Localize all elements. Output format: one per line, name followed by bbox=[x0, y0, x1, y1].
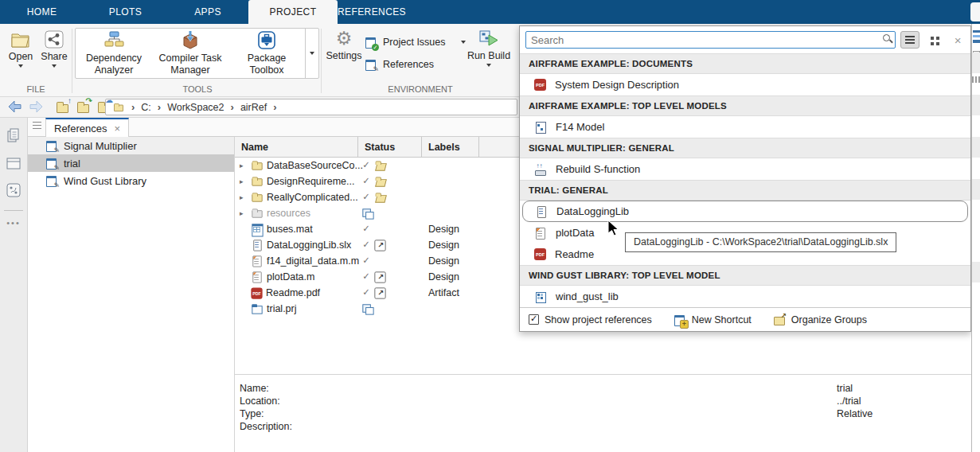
dependency-graph-icon[interactable] bbox=[5, 181, 22, 199]
open-label: Open bbox=[9, 51, 33, 62]
open-dropdown-arrow-icon[interactable] bbox=[18, 64, 23, 68]
back-button[interactable] bbox=[6, 99, 22, 114]
tree-item[interactable]: Signal Multiplier bbox=[28, 137, 234, 154]
tree-item[interactable]: trial bbox=[28, 154, 234, 172]
search-input[interactable] bbox=[525, 31, 896, 49]
organize-groups-button[interactable]: Organize Groups bbox=[773, 314, 867, 326]
tree-item[interactable]: Wind Gust Library bbox=[28, 172, 234, 189]
expand-chevron-icon[interactable] bbox=[240, 209, 248, 217]
show-project-references-label: Show project references bbox=[545, 314, 652, 325]
new-shortcut-button[interactable]: New Shortcut bbox=[674, 314, 752, 326]
forward-button[interactable] bbox=[29, 99, 45, 114]
grid-view-button[interactable] bbox=[924, 31, 943, 49]
ribbon-tab-bar: HOME PLOTS APPS PROJECT REFERENCES bbox=[0, 0, 980, 24]
file-label: Design bbox=[428, 255, 459, 267]
tooltip-text: DataLoggingLib - C:\WorkSpace2\trial\Dat… bbox=[634, 236, 888, 247]
more-panels-icon[interactable]: ••• bbox=[6, 220, 21, 225]
expand-chevron-icon[interactable] bbox=[240, 162, 248, 170]
keyboard-icon bbox=[534, 163, 547, 176]
dependency-analyzer-button[interactable]: DependencyAnalyzer bbox=[76, 29, 152, 78]
details-field-label: Name: bbox=[240, 383, 837, 396]
popup-shortcut-label: plotData bbox=[556, 227, 594, 239]
column-header-status[interactable]: Status bbox=[358, 137, 422, 158]
details-field-label: Location: bbox=[240, 396, 837, 408]
folder-open-icon bbox=[374, 191, 386, 203]
check-icon bbox=[361, 191, 371, 203]
project-issues-dropdown-arrow-icon[interactable] bbox=[461, 41, 466, 44]
breadcrumb-segment[interactable]: WorkSpace2 bbox=[167, 101, 240, 113]
file-name: resources bbox=[267, 208, 310, 219]
mfile-icon bbox=[251, 255, 263, 267]
breadcrumb[interactable]: C:WorkSpace2airRef bbox=[105, 99, 517, 115]
popup-shortcut-item[interactable]: Rebuild S-function bbox=[520, 158, 970, 180]
popup-shortcut-item[interactable]: F14 Model bbox=[520, 116, 970, 138]
references-button[interactable]: References bbox=[365, 58, 434, 71]
organize-groups-icon bbox=[773, 314, 786, 326]
details-field: Location: ../trial bbox=[240, 396, 980, 408]
panel-handle-icon[interactable] bbox=[33, 122, 41, 129]
tab-references[interactable]: References × bbox=[45, 118, 129, 137]
share-dropdown-arrow-icon[interactable] bbox=[52, 64, 57, 68]
popup-footer: Show project references New Shortcut Org… bbox=[520, 307, 970, 331]
expand-chevron-icon[interactable] bbox=[240, 177, 248, 185]
ribbon-tab[interactable]: PROJECT bbox=[248, 0, 338, 24]
tools-gallery-expand-button[interactable] bbox=[305, 29, 318, 78]
project-issues-button[interactable]: Project Issues bbox=[365, 36, 466, 49]
check-icon bbox=[361, 255, 371, 267]
doc-icon bbox=[251, 239, 263, 251]
popup-shortcut-item[interactable]: DataLoggingLib bbox=[522, 201, 968, 222]
prj-icon bbox=[251, 302, 263, 314]
project-box-icon[interactable] bbox=[5, 154, 22, 172]
ribbon-tab-label: APPS bbox=[194, 6, 221, 18]
run-build-button[interactable]: Run Build bbox=[467, 29, 511, 67]
tools-gallery: DependencyAnalyzer Compiler TaskManager … bbox=[75, 28, 319, 79]
settings-button[interactable]: ⚙ Settings bbox=[325, 29, 363, 61]
expand-chevron-icon[interactable] bbox=[240, 193, 248, 201]
file-name: ReallyComplicated... bbox=[267, 192, 358, 203]
refboard-icon bbox=[45, 139, 58, 152]
run-build-dropdown-arrow-icon[interactable] bbox=[486, 64, 491, 67]
details-field-value: trial bbox=[837, 383, 853, 396]
ribbon-tab[interactable]: HOME bbox=[0, 0, 84, 24]
new-shortcut-icon bbox=[674, 314, 686, 326]
show-project-references-checkbox[interactable] bbox=[529, 314, 539, 325]
grid-view-icon bbox=[931, 37, 934, 40]
ribbon-tab[interactable]: REFERENCES bbox=[338, 0, 406, 24]
environment-section-label: ENVIRONMENT bbox=[322, 84, 519, 94]
tab-close-icon[interactable]: × bbox=[114, 123, 120, 134]
folder-icon bbox=[251, 159, 263, 171]
up-one-level-button[interactable]: ↑ bbox=[56, 99, 70, 114]
popup-shortcut-item[interactable]: wind_gust_lib bbox=[520, 286, 970, 307]
cropped-icon-fragment bbox=[973, 30, 980, 43]
column-header-labels[interactable]: Labels bbox=[422, 137, 479, 158]
tab-references-label: References bbox=[54, 123, 107, 134]
refresh-folder-button[interactable]: ↷ bbox=[76, 99, 91, 114]
popup-group-header: AIRFRAME EXAMPLE: TOP LEVEL MODELS bbox=[520, 95, 970, 116]
share-button[interactable]: Share bbox=[38, 30, 70, 68]
popup-close-icon[interactable]: × bbox=[951, 33, 965, 47]
popup-group-header: SIGNAL MULTIPLIER: GENERAL bbox=[520, 138, 970, 158]
package-toolbox-button[interactable]: PackageToolbox bbox=[228, 29, 305, 78]
column-header-name[interactable]: Name bbox=[235, 137, 358, 158]
file-name: buses.mat bbox=[267, 224, 313, 235]
share-label: Share bbox=[41, 51, 67, 62]
ribbon-tab[interactable]: PLOTS bbox=[84, 0, 167, 24]
breadcrumb-segment[interactable]: airRef bbox=[240, 101, 283, 113]
files-panel-icon[interactable] bbox=[5, 126, 22, 145]
pdf-icon bbox=[534, 79, 546, 91]
ribbon-tab[interactable]: APPS bbox=[167, 0, 248, 24]
breadcrumb-segment[interactable]: C: bbox=[141, 101, 167, 113]
open-button[interactable]: Open bbox=[5, 30, 37, 68]
list-view-button[interactable] bbox=[900, 31, 919, 49]
compiler-task-manager-button[interactable]: Compiler TaskManager bbox=[152, 29, 228, 78]
organize-groups-label: Organize Groups bbox=[791, 314, 867, 325]
package-toolbox-label: PackageToolbox bbox=[248, 53, 287, 76]
open-folder-icon bbox=[10, 30, 31, 49]
tools-section-label: TOOLS bbox=[75, 84, 320, 94]
window-edge-fragment bbox=[970, 2, 980, 21]
popup-group-header-label: WIND GUST LIBRARY: TOP LEVEL MODEL bbox=[529, 271, 720, 280]
file-name: plotData.m bbox=[267, 271, 314, 282]
shortcut-icon bbox=[374, 271, 385, 282]
file-name: DataBaseSourceCo... bbox=[267, 160, 363, 171]
popup-shortcut-item[interactable]: System Design Description bbox=[520, 74, 970, 95]
